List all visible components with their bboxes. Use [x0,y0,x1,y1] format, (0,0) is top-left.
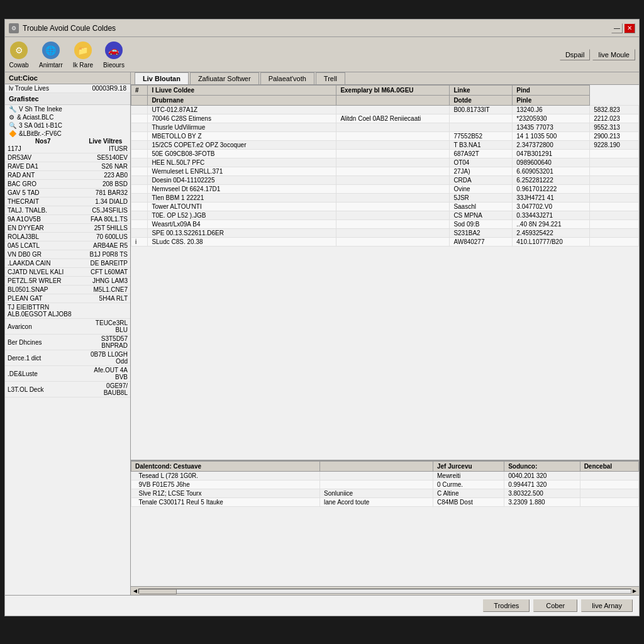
tab-palaeaet[interactable]: Palaeat'voth [260,72,314,84]
trodries-button[interactable]: Trodries [483,599,530,612]
toolbar-animtarr[interactable]: 🌐 Animtarr [39,40,63,69]
left-table-row: Ber DhcinesS3T5D57 BNPRAD [5,335,130,350]
left-cell-0: DR53AV [5,153,81,162]
left-panel-item-0: 🔧 V Sh The Ineke [5,105,130,113]
bottom-cell-extra [320,472,433,480]
main-cell-name: T0E. OP L52 ).JGB [148,211,336,220]
main-cell-drubrnane: CRDA [450,176,513,185]
item2-label: 3 SA 0d1 t-B1C [19,122,62,129]
left-panel-row-label: lv Troule Lives [9,85,49,92]
item1-label: & Aciast.BLC [17,114,53,121]
left-cell-1: C5.J4SFILIS [81,206,130,215]
main-cell-pinle [590,194,639,203]
live-arnay-button[interactable]: live Arnay [581,599,633,612]
tab-liv-bloutan[interactable]: Liv Bloutan [135,72,189,84]
main-cell-dotde: *23205930 [513,114,590,123]
main-cell-drubrnane: T B3.NA1 [450,141,513,150]
left-cell-1: S26 NAR [81,162,130,171]
left-cell-1: 223 AB0 [81,171,130,180]
left-cell-0: THECRAIT [5,197,81,206]
left-cell-0: RAD ANT [5,171,81,180]
main-cell-pinle [590,220,639,229]
bottom-table-row: Tenale C300171 Reul 5 Itauke lane Acord … [131,498,639,507]
main-cell-name: Wernuleset L ENRLL.371 [148,167,336,176]
left-table-row: VN DB0 GRB1J P0R8 TS [5,250,130,259]
main-table-row: Thusrle UdVilirmue 13435 77073 9552.313 [131,123,639,132]
left-table-row: 117JITUSR [5,145,130,153]
left-table-row: AvariconTEUCe3RL BLU [5,319,130,335]
main-cell-num [131,185,148,194]
left-table-row: RAD ANT223 AB0 [5,171,130,180]
main-cell-pinle [590,185,639,194]
scrollbar-track[interactable] [138,589,631,594]
main-cell-name: UTC-012.87A1Z [148,106,336,114]
bottom-section[interactable]: Dalentcond: Cestuave Jef Jurcevu Sodunco… [131,460,639,586]
right-panel: Liv Bloutan Zafiuatar Softwer Palaeat'vo… [131,72,639,595]
left-table-row: CJATD NLVEL KALICFT L60MAT [5,268,130,277]
main-cell-extra [336,158,450,167]
left-table-row: ROLAJ3BL70 600LUS [5,233,130,242]
scroll-arrow-right[interactable]: ► [631,587,638,594]
dspail-button[interactable]: Dspail [560,49,591,60]
toolbar-bieours[interactable]: 🚗 Bieours [103,40,125,69]
left-table-row: EN DYYEAR25T 5HILLS [5,224,130,233]
main-cell-pinle [590,229,639,238]
left-cell-0: TJ EIEIBTTRN ALB.0EGSOT ALJOB8 [5,303,81,319]
tab-zafiuatar[interactable]: Zafiuatar Softwer [190,72,259,84]
toolbar-is-rare[interactable]: 📁 Ik Rare [73,40,93,69]
close-button[interactable]: ✕ [624,23,635,33]
animtarr-icon: 🌐 [41,40,61,60]
left-cell-1: 70 600LUS [81,233,130,242]
main-cell-dotde: 6.609053201 [513,167,590,176]
left-table-row: THECRAIT1.34 DIALD [5,197,130,206]
tab-trell[interactable]: Trell [316,72,345,84]
main-cell-drubrnane: OT04 [450,158,513,167]
main-cell-name: 70046 C28S Etimens [148,114,336,123]
left-cell-1 [81,303,130,319]
main-table-container[interactable]: # I Liuve Coldee Exemplary bl M6A.0GEU L… [131,85,639,460]
main-cell-dotde: 0989600640 [513,158,590,167]
left-cell-0: CJATD NLVEL KALI [5,268,81,277]
main-cell-num [131,203,148,211]
main-cell-pinle: 5832.823 [590,106,639,114]
main-table-row: 70046 C28S Etimens Alitdn Coel 0AB2 Reni… [131,114,639,123]
minimize-button[interactable]: — [611,23,623,33]
scrollbar-area[interactable]: ◄ ► [131,586,639,595]
toolbar: ⚙ Cowab 🌐 Animtarr 📁 Ik Rare 🚗 Bieours D… [5,37,639,72]
main-cell-extra [336,220,450,229]
left-cell-1: ARB4AE R5 [81,242,130,250]
toolbar-is-rare-label: Ik Rare [73,62,93,69]
bottom-cell-extra: lane Acord toute [320,498,433,507]
bieours-icon: 🚗 [104,40,124,60]
left-table-col1: Live Viltres [81,138,130,145]
bottom-cell-extra: Sonluniice [320,489,433,498]
left-table-row: 0A5 LCATLARB4AE R5 [5,242,130,250]
main-table-row: SPE 00.13.S22611.D6ER S231BA2 2.45932542… [131,229,639,238]
scroll-arrow-left[interactable]: ◄ [132,587,138,594]
main-table-row: 50E G09CB08-3FOTB 687A92T 047B301291 [131,150,639,158]
top-tabs: Liv Bloutan Zafiuatar Softwer Palaeat'vo… [131,72,639,85]
main-cell-drubrnane: 687A92T [450,150,513,158]
main-table-row: T0E. OP L52 ).JGB CS MPNA 0.33443J271 [131,211,639,220]
left-cell-1: 1.34 DIALD [81,197,130,206]
cober-button[interactable]: Cober [533,599,577,612]
main-cell-drubrnane: 27JA) [450,167,513,176]
main-cell-extra [336,141,450,150]
bottom-cell-den [580,498,638,507]
cowab-icon: ⚙ [9,40,29,60]
bottom-cell-sod: 0040.201 320 [504,472,580,480]
left-panel-item-1: ⚙ & Aciast.BLC [5,113,130,121]
main-table-row: Tower ALTOU'NTI Saaschl 3.047702.V0 [131,203,639,211]
live-moule-button[interactable]: live Moule [592,49,635,60]
left-table-row: Derce.1 dict0B7B LL0GH Odd [5,350,130,366]
left-cell-1: 781 BAR32 [81,189,130,197]
scrollbar-thumb[interactable] [139,589,177,594]
item0-icon: 🔧 [9,106,16,113]
main-cell-drubrnane: Saaschl [450,203,513,211]
left-cell-1: 25T 5HILLS [81,224,130,233]
toolbar-cowab[interactable]: ⚙ Cowab [9,40,29,69]
left-table-row: GAV 5 TAD781 BAR32 [5,189,130,197]
main-cell-name: 15/2C5 COPET.e2 OPZ 3ocoquer [148,141,336,150]
main-table-row: 15/2C5 COPET.e2 OPZ 3ocoquer T B3.NA1 2.… [131,141,639,150]
main-table-row: HEE NL.50L7 PFC OT04 0989600640 [131,158,639,167]
